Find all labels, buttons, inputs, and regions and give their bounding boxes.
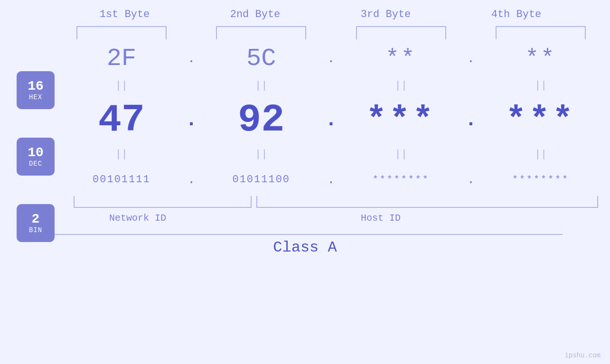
bin-badge-number: 2 — [32, 212, 40, 227]
dec-dot2: . — [325, 109, 337, 131]
eq8: || — [535, 149, 547, 160]
byte4-header: 4th Byte — [451, 9, 582, 20]
equals-row-1: || || || || — [0, 77, 610, 94]
bin-byte2: 01011100 — [232, 174, 290, 186]
eq5: || — [115, 149, 128, 160]
host-id-label: Host ID — [361, 213, 401, 224]
equals-row-2: || || || || — [0, 146, 610, 163]
dec-byte2: 92 — [238, 98, 284, 142]
top-brackets-row — [0, 20, 610, 39]
hex-row: 2F . 5C . ** . ** — [0, 39, 610, 77]
bracket-top-byte1 — [76, 26, 167, 39]
bin-dot1: . — [188, 172, 196, 187]
hex-badge: 16 HEX — [17, 71, 55, 109]
dec-badge-label: DEC — [29, 160, 42, 168]
eq3: || — [394, 80, 407, 92]
dec-badge: 10 DEC — [17, 138, 55, 176]
dec-row: 47 . 92 . *** . *** — [0, 94, 610, 146]
bin-byte1: 00101111 — [93, 174, 150, 186]
hex-byte2: 5C — [246, 45, 276, 73]
network-id-label: Network ID — [109, 213, 166, 224]
hex-dot1: . — [188, 51, 196, 66]
hex-badge-label: HEX — [29, 93, 42, 101]
dec-badge-number: 10 — [28, 146, 44, 160]
bin-dot3: . — [467, 172, 475, 187]
byte-headers: 1st Byte 2nd Byte 3rd Byte 4th Byte — [0, 0, 610, 20]
bin-byte3: ******** — [373, 174, 430, 185]
labels-row: Network ID Host ID — [0, 213, 610, 234]
hex-badge-number: 16 — [28, 79, 44, 94]
dec-dot1: . — [185, 109, 197, 131]
eq2: || — [255, 80, 267, 92]
bin-badge-label: BIN — [29, 226, 42, 234]
bracket-bottom-network — [74, 196, 252, 208]
eq6: || — [255, 149, 267, 160]
watermark: ipshu.com — [564, 352, 601, 359]
dec-byte4: *** — [506, 101, 576, 140]
bracket-top-byte2 — [216, 26, 306, 39]
bracket-top-byte4 — [496, 26, 586, 39]
byte2-header: 2nd Byte — [190, 9, 320, 20]
eq4: || — [535, 80, 547, 92]
hex-byte3: ** — [385, 46, 417, 71]
bin-badge: 2 BIN — [17, 204, 55, 242]
hex-byte1: 2F — [107, 45, 136, 73]
bracket-top-byte3 — [356, 26, 446, 39]
bin-dot2: . — [327, 172, 335, 187]
eq7: || — [394, 149, 407, 160]
hex-dot3: . — [467, 51, 475, 66]
bin-byte4: ******** — [512, 174, 569, 185]
class-label: Class A — [273, 239, 337, 256]
bin-row: 00101111 . 01011100 . ******** . *******… — [0, 163, 610, 196]
dec-byte1: 47 — [98, 98, 145, 142]
main-container: 1st Byte 2nd Byte 3rd Byte 4th Byte 2F .… — [0, 0, 610, 364]
byte1-header: 1st Byte — [59, 9, 190, 20]
bracket-bottom-host — [256, 196, 598, 208]
eq1: || — [115, 80, 128, 92]
badges-column: 16 HEX 10 DEC 2 BIN — [17, 71, 55, 242]
hex-dot2: . — [327, 51, 335, 66]
byte3-header: 3rd Byte — [320, 9, 451, 20]
hex-byte4: ** — [525, 46, 556, 71]
dec-dot3: . — [465, 109, 477, 131]
dec-byte3: *** — [366, 101, 436, 140]
bottom-brackets-row — [0, 196, 610, 213]
class-bracket-line — [47, 234, 563, 235]
